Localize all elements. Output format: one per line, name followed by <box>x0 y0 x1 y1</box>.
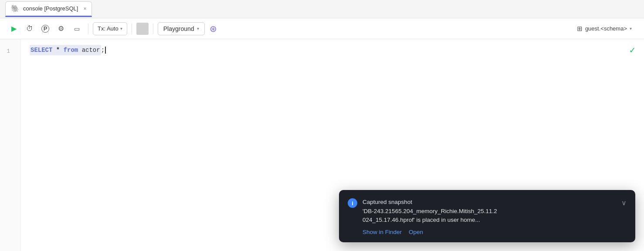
pin-icon: P <box>41 25 49 33</box>
tx-dropdown[interactable]: Tx: Auto ▾ <box>93 22 127 35</box>
code-line-1: SELECT * from actor ; <box>30 45 635 55</box>
code-highlight: SELECT * from actor <box>30 45 101 55</box>
sql-semicolon: ; <box>101 45 105 55</box>
playground-chevron-icon: ▾ <box>197 26 199 31</box>
divider1 <box>88 24 88 34</box>
line-numbers: 1 <box>0 39 21 251</box>
title-bar: 🐘 console [PostgreSQL] × <box>0 0 644 18</box>
notification-header: i Captured snapshot 'DB-243.21565.204_me… <box>348 198 627 224</box>
history-button[interactable]: ⏱ <box>23 22 37 36</box>
notification-line2: 'DB-243.21565.204_memory_Richie.Mitish_2… <box>363 208 497 214</box>
tab-label: console [PostgreSQL] <box>23 5 78 12</box>
open-button[interactable]: Open <box>409 229 423 235</box>
sql-from-keyword: from <box>64 47 78 54</box>
settings-icon: ⚙ <box>58 24 64 33</box>
screen-icon: ▭ <box>74 25 80 32</box>
editor-area: 1 SELECT * from actor ; ✓ i Captured sna… <box>0 39 644 251</box>
tx-chevron-icon: ▾ <box>120 26 122 31</box>
notification-line1: Captured snapshot <box>363 199 412 205</box>
playground-dropdown[interactable]: Playground ▾ <box>158 22 205 35</box>
show-in-finder-button[interactable]: Show in Finder <box>363 229 402 235</box>
schema-chevron-icon: ▾ <box>630 26 632 31</box>
line-number-1: 1 <box>0 46 15 56</box>
sql-star: * <box>56 47 60 54</box>
tx-label: Tx: Auto <box>98 25 119 32</box>
notification-text: Captured snapshot 'DB-243.21565.204_memo… <box>363 198 613 224</box>
sql-table-name: actor <box>82 47 100 54</box>
pin-button[interactable]: P <box>38 22 52 36</box>
screen-button[interactable]: ▭ <box>70 22 84 36</box>
spiral-icon: ⊛ <box>210 24 217 34</box>
text-cursor <box>105 47 106 54</box>
spiral-button[interactable]: ⊛ <box>207 22 220 36</box>
notification-toast: i Captured snapshot 'DB-243.21565.204_me… <box>339 190 635 242</box>
valid-checkmark: ✓ <box>630 46 635 56</box>
history-icon: ⏱ <box>26 25 33 33</box>
sql-select-keyword: SELECT <box>31 47 52 54</box>
toolbar: ▶ ⏱ P ⚙ ▭ Tx: Auto ▾ Playground ▾ ⊛ ⊞ gu… <box>0 18 644 39</box>
info-icon: i <box>348 198 357 208</box>
notification-chevron[interactable]: ∨ <box>621 199 627 207</box>
divider3 <box>153 24 153 34</box>
console-tab[interactable]: 🐘 console [PostgreSQL] × <box>5 1 92 17</box>
stop-button[interactable] <box>136 23 149 35</box>
play-icon: ▶ <box>11 24 17 33</box>
tab-close-button[interactable]: × <box>83 6 86 12</box>
run-button[interactable]: ▶ <box>7 22 21 36</box>
schema-dropdown[interactable]: ⊞ guest.<schema> ▾ <box>572 23 637 34</box>
notification-line3: 024_15.17.46.hprof' is placed in user ho… <box>363 217 480 223</box>
playground-label: Playground <box>163 25 194 32</box>
schema-icon: ⊞ <box>577 25 583 33</box>
notification-actions: Show in Finder Open <box>363 229 627 235</box>
settings-button[interactable]: ⚙ <box>54 22 68 36</box>
divider2 <box>132 24 132 34</box>
postgres-icon: 🐘 <box>11 4 20 13</box>
schema-label: guest.<schema> <box>585 25 627 32</box>
